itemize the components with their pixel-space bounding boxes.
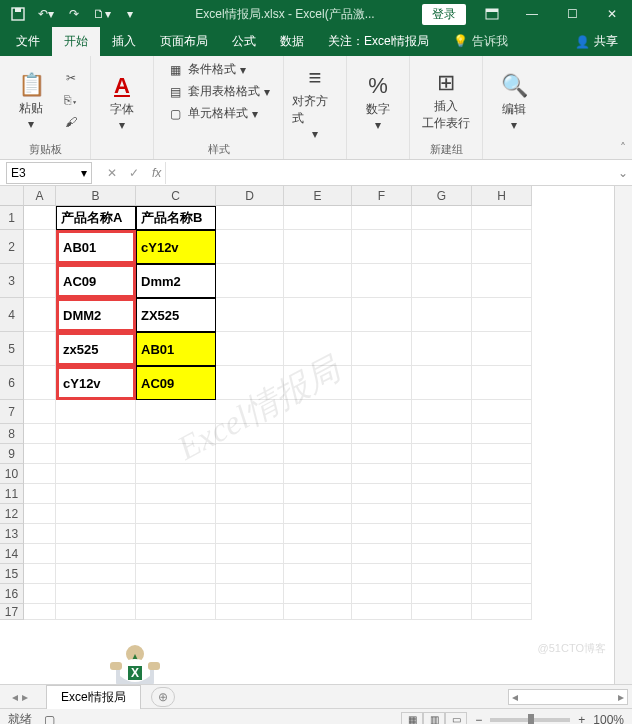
- cell-E8[interactable]: [284, 424, 352, 444]
- cancel-formula-icon[interactable]: ✕: [102, 166, 122, 180]
- expand-formula-icon[interactable]: ⌄: [614, 166, 632, 180]
- cell-A14[interactable]: [24, 544, 56, 564]
- cell-A6[interactable]: [24, 366, 56, 400]
- accept-formula-icon[interactable]: ✓: [124, 166, 144, 180]
- row-header-12[interactable]: 12: [0, 504, 24, 524]
- cell-B3[interactable]: AC09: [56, 264, 136, 298]
- cell-B6[interactable]: cY12v: [56, 366, 136, 400]
- cell-A13[interactable]: [24, 524, 56, 544]
- cell-G10[interactable]: [412, 464, 472, 484]
- cell-B8[interactable]: [56, 424, 136, 444]
- row-header-17[interactable]: 17: [0, 604, 24, 620]
- cell-H11[interactable]: [472, 484, 532, 504]
- macro-record-icon[interactable]: ▢: [44, 713, 55, 725]
- cell-E11[interactable]: [284, 484, 352, 504]
- edit-button[interactable]: 🔍编辑▾: [491, 71, 537, 132]
- cell-G1[interactable]: [412, 206, 472, 230]
- align-button[interactable]: ≡对齐方式▾: [292, 63, 338, 141]
- tab-file[interactable]: 文件: [4, 27, 52, 56]
- cell-H3[interactable]: [472, 264, 532, 298]
- cell-C5[interactable]: AB01: [136, 332, 216, 366]
- table-format-button[interactable]: ▤套用表格格式 ▾: [168, 82, 270, 101]
- ribbon-options-icon[interactable]: [472, 0, 512, 28]
- view-buttons[interactable]: ▦▥▭: [401, 712, 467, 725]
- share-button[interactable]: 👤 共享: [565, 27, 628, 56]
- cell-B2[interactable]: AB01: [56, 230, 136, 264]
- number-button[interactable]: %数字▾: [355, 71, 401, 132]
- cell-C13[interactable]: [136, 524, 216, 544]
- cell-E16[interactable]: [284, 584, 352, 604]
- cell-D13[interactable]: [216, 524, 284, 544]
- cell-F8[interactable]: [352, 424, 412, 444]
- cell-E1[interactable]: [284, 206, 352, 230]
- row-header-5[interactable]: 5: [0, 332, 24, 366]
- cell-B1[interactable]: 产品名称A: [56, 206, 136, 230]
- cell-G4[interactable]: [412, 298, 472, 332]
- cell-A10[interactable]: [24, 464, 56, 484]
- cell-C3[interactable]: Dmm2: [136, 264, 216, 298]
- row-header-6[interactable]: 6: [0, 366, 24, 400]
- row-header-4[interactable]: 4: [0, 298, 24, 332]
- tab-data[interactable]: 数据: [268, 27, 316, 56]
- cell-G8[interactable]: [412, 424, 472, 444]
- row-header-14[interactable]: 14: [0, 544, 24, 564]
- cell-E9[interactable]: [284, 444, 352, 464]
- cell-F1[interactable]: [352, 206, 412, 230]
- horizontal-scrollbar[interactable]: ◂▸: [508, 689, 628, 705]
- cell-H4[interactable]: [472, 298, 532, 332]
- cell-H13[interactable]: [472, 524, 532, 544]
- cell-H2[interactable]: [472, 230, 532, 264]
- cell-D6[interactable]: [216, 366, 284, 400]
- row-header-3[interactable]: 3: [0, 264, 24, 298]
- zoom-out-icon[interactable]: −: [475, 713, 482, 725]
- row-header-2[interactable]: 2: [0, 230, 24, 264]
- cell-E14[interactable]: [284, 544, 352, 564]
- cell-D17[interactable]: [216, 604, 284, 620]
- cell-A5[interactable]: [24, 332, 56, 366]
- cell-G2[interactable]: [412, 230, 472, 264]
- tab-tellme[interactable]: 💡 告诉我: [441, 27, 519, 56]
- cell-D9[interactable]: [216, 444, 284, 464]
- cell-D15[interactable]: [216, 564, 284, 584]
- cell-G11[interactable]: [412, 484, 472, 504]
- cell-H9[interactable]: [472, 444, 532, 464]
- cell-C17[interactable]: [136, 604, 216, 620]
- cell-E4[interactable]: [284, 298, 352, 332]
- undo-icon[interactable]: ↶▾: [34, 2, 58, 26]
- cell-A3[interactable]: [24, 264, 56, 298]
- col-header-A[interactable]: A: [24, 186, 56, 206]
- cell-B4[interactable]: DMM2: [56, 298, 136, 332]
- row-header-9[interactable]: 9: [0, 444, 24, 464]
- cell-C7[interactable]: [136, 400, 216, 424]
- sheet-nav-arrows[interactable]: ◂ ▸: [0, 690, 40, 704]
- cell-F5[interactable]: [352, 332, 412, 366]
- cell-F2[interactable]: [352, 230, 412, 264]
- cell-E10[interactable]: [284, 464, 352, 484]
- cell-F17[interactable]: [352, 604, 412, 620]
- cell-H6[interactable]: [472, 366, 532, 400]
- qat-customize-icon[interactable]: ▾: [118, 2, 142, 26]
- cell-style-button[interactable]: ▢单元格样式 ▾: [168, 104, 258, 123]
- cell-C10[interactable]: [136, 464, 216, 484]
- cell-D4[interactable]: [216, 298, 284, 332]
- cut-icon[interactable]: ✂: [60, 68, 82, 88]
- cell-A17[interactable]: [24, 604, 56, 620]
- cell-D2[interactable]: [216, 230, 284, 264]
- cell-C12[interactable]: [136, 504, 216, 524]
- cell-B5[interactable]: zx525: [56, 332, 136, 366]
- select-all-cell[interactable]: [0, 186, 24, 206]
- cell-H5[interactable]: [472, 332, 532, 366]
- cell-H12[interactable]: [472, 504, 532, 524]
- cell-D7[interactable]: [216, 400, 284, 424]
- cell-A4[interactable]: [24, 298, 56, 332]
- zoom-slider[interactable]: [490, 718, 570, 722]
- cell-D12[interactable]: [216, 504, 284, 524]
- cell-C11[interactable]: [136, 484, 216, 504]
- collapse-ribbon-icon[interactable]: ˄: [620, 141, 626, 155]
- col-header-B[interactable]: B: [56, 186, 136, 206]
- paste-button[interactable]: 📋 粘贴 ▾: [8, 70, 54, 131]
- cell-B12[interactable]: [56, 504, 136, 524]
- cell-C2[interactable]: cY12v: [136, 230, 216, 264]
- cell-H15[interactable]: [472, 564, 532, 584]
- row-header-10[interactable]: 10: [0, 464, 24, 484]
